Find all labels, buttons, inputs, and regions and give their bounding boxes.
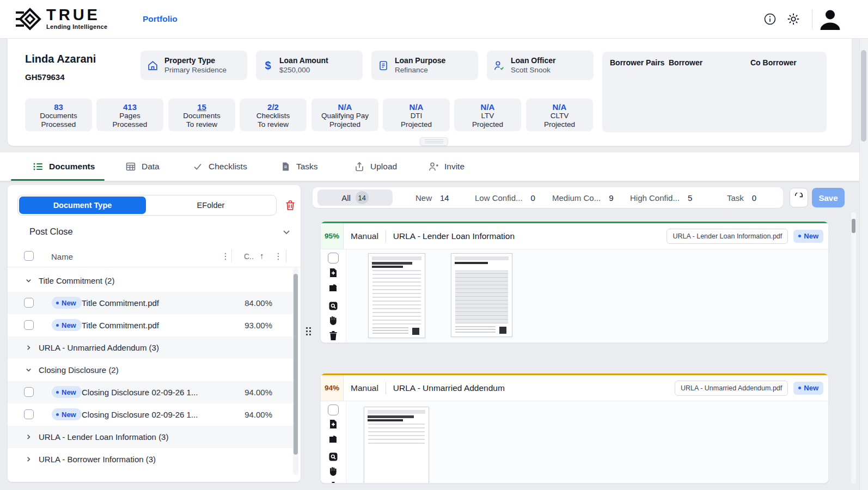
delete-trash-icon[interactable]	[284, 199, 296, 211]
zoom-preview-icon[interactable]	[328, 451, 339, 462]
info-icon[interactable]	[762, 11, 778, 27]
user-avatar[interactable]	[819, 8, 841, 30]
stat-dti: N/A DTI Projected	[383, 99, 450, 131]
stat-documents-processed: 83 Documents Processed	[25, 99, 92, 131]
hand-grab-icon[interactable]	[328, 466, 339, 477]
cards-scrollbar-track[interactable]	[851, 212, 856, 483]
name-column-menu-icon[interactable]: ⋮	[221, 251, 230, 261]
document-title: URLA - Unmarried Addendum	[393, 383, 505, 393]
copy-pages-icon[interactable]	[328, 433, 339, 444]
filter-all[interactable]: All 14	[317, 189, 393, 206]
tab-documents[interactable]: Documents	[33, 152, 95, 181]
tab-label: Tasks	[296, 162, 318, 171]
source-filename-pill[interactable]: URLA - Lender Loan Information.pdf	[667, 229, 788, 244]
add-page-icon[interactable]	[328, 267, 339, 278]
delete-pages-icon[interactable]	[328, 481, 339, 483]
confidence-column-menu-icon[interactable]: ⋮	[274, 251, 283, 261]
chevron-right-icon[interactable]	[25, 344, 32, 351]
document-row[interactable]: New Closing Disclosure 02-09-26 1... 94.…	[8, 403, 293, 426]
document-thumbnail[interactable]	[451, 253, 512, 337]
document-row[interactable]: New Title Commitment.pdf 93.00%	[8, 314, 293, 336]
document-icon	[378, 60, 389, 71]
zoom-preview-icon[interactable]	[328, 301, 339, 311]
stat-cltv: N/A CLTV Projected	[526, 99, 593, 131]
true-logo[interactable]: TRUE Lending Intelligence	[15, 7, 107, 32]
document-row[interactable]: New Title Commitment.pdf 84.00%	[8, 292, 293, 314]
document-card-body	[321, 401, 828, 483]
refresh-button[interactable]	[790, 188, 808, 207]
nav-portfolio-link[interactable]: Portfolio	[143, 14, 178, 24]
page-scrollbar-thumb[interactable]	[861, 50, 866, 142]
summary-collapse-handle[interactable]	[420, 137, 448, 146]
select-pages-checkbox[interactable]	[328, 253, 339, 264]
confidence-value: 93.00%	[244, 321, 272, 330]
document-thumbnail[interactable]	[368, 253, 425, 338]
active-tab-underline	[11, 179, 105, 181]
panel-resize-handle[interactable]	[306, 327, 311, 336]
filter-new[interactable]: New 14	[415, 187, 449, 208]
group-row-closing-disclosure[interactable]: Closing Disclosure (2)	[8, 359, 293, 381]
document-row[interactable]: New Closing Disclosure 02-09-26 1... 94.…	[8, 381, 293, 403]
document-title: URLA - Lender Loan Information	[393, 231, 515, 241]
brand-tagline: Lending Intelligence	[46, 23, 107, 30]
settings-gear-icon[interactable]	[786, 11, 801, 27]
group-row-title-commitment[interactable]: Title Commitment (2)	[8, 270, 293, 292]
checkmark-icon	[192, 161, 203, 172]
filter-count: 14	[440, 193, 449, 203]
tab-tasks[interactable]: Tasks	[280, 152, 318, 181]
confidence-value: 84.00%	[244, 298, 272, 308]
save-button[interactable]: Save	[812, 188, 845, 207]
tab-upload[interactable]: Upload	[354, 152, 397, 181]
badge-dot	[56, 413, 59, 416]
stat-pages-processed: 413 Pages Processed	[96, 99, 163, 131]
document-card-header: 95% Manual URLA - Lender Loan Informatio…	[321, 223, 828, 249]
chevron-down-icon[interactable]	[282, 229, 291, 235]
header-divider	[386, 382, 386, 394]
filter-medium-confidence[interactable]: Medium Co... 9	[552, 187, 614, 208]
document-card-urla-unmarried: 94% Manual URLA - Unmarried Addendum URL…	[320, 373, 829, 483]
toggle-efolder[interactable]: EFolder	[146, 197, 275, 214]
add-page-icon[interactable]	[328, 419, 339, 430]
page-tools-column	[321, 401, 346, 483]
tab-label: Upload	[370, 162, 397, 171]
select-pages-checkbox[interactable]	[328, 405, 339, 415]
group-label: URLA - Unmarried Addendum (3)	[39, 343, 159, 352]
toggle-document-type[interactable]: Document Type	[19, 197, 146, 214]
row-checkbox[interactable]	[24, 387, 34, 397]
stat-value: 2/2	[240, 102, 307, 112]
cards-scrollbar-thumb[interactable]	[852, 219, 855, 233]
loan-number: GH579634	[25, 72, 65, 82]
sort-ascending-icon[interactable]: ↑	[260, 251, 264, 260]
source-filename-pill[interactable]: URLA - Unmarried Addendum.pdf	[675, 381, 788, 396]
chevron-right-icon[interactable]	[25, 456, 32, 463]
tab-invite[interactable]: Invite	[428, 152, 464, 181]
group-row-urla-unmarried[interactable]: URLA - Unmarried Addendum (3)	[8, 336, 293, 359]
document-filter-bar: All 14 New 14 Low Confid... 0 Medium Co.…	[313, 187, 783, 208]
document-thumbnail[interactable]	[364, 407, 429, 483]
row-checkbox[interactable]	[24, 409, 34, 419]
delete-pages-icon[interactable]	[328, 330, 339, 341]
tab-checklists[interactable]: Checklists	[192, 152, 247, 181]
left-panel-scrollbar-thumb[interactable]	[294, 274, 298, 455]
filter-low-confidence[interactable]: Low Confid... 0	[475, 187, 535, 208]
badge-dot	[56, 324, 59, 327]
stat-value-link[interactable]: 15	[168, 102, 235, 112]
badge-dot	[56, 302, 59, 304]
row-checkbox[interactable]	[24, 320, 34, 330]
document-name: Title Commitment.pdf	[82, 298, 159, 308]
info-card-label: Property Type	[164, 56, 227, 65]
chevron-right-icon[interactable]	[25, 433, 32, 440]
hand-grab-icon[interactable]	[328, 315, 339, 326]
copy-pages-icon[interactable]	[328, 282, 339, 293]
row-checkbox[interactable]	[24, 298, 34, 308]
page-tools-column	[321, 249, 346, 343]
filter-label: All	[341, 193, 351, 203]
group-row-urla-lender[interactable]: URLA - Lender Loan Information (3)	[8, 426, 293, 448]
chevron-down-icon[interactable]	[25, 277, 32, 284]
filter-high-confidence[interactable]: High Confid... 5	[630, 187, 692, 208]
select-all-checkbox[interactable]	[24, 251, 34, 261]
chevron-down-icon[interactable]	[25, 366, 32, 373]
tab-data[interactable]: Data	[125, 152, 160, 181]
filter-task[interactable]: Task 0	[727, 187, 756, 208]
group-row-urla-borrower[interactable]: URLA - Borrower Information (3)	[8, 448, 293, 470]
